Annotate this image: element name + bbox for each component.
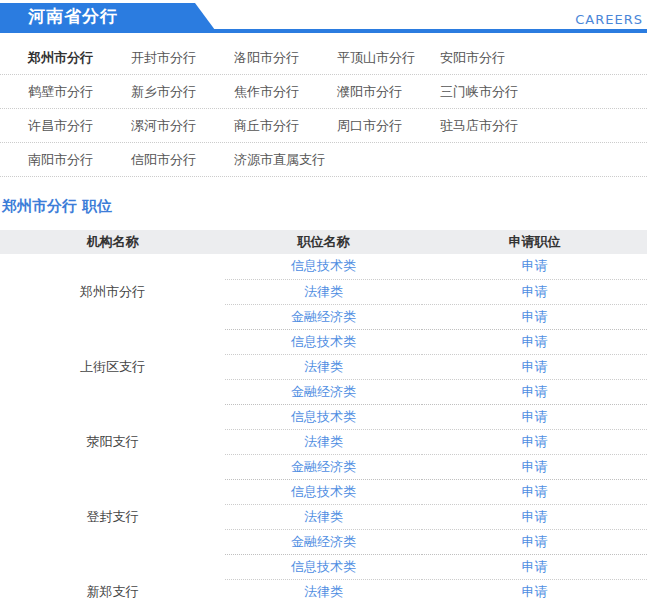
table-row: 登封支行 信息技术类 申请 [0, 479, 647, 504]
branch-link-sanmenxia[interactable]: 三门峡市分行 [440, 83, 543, 101]
branch-link-shangqiu[interactable]: 商丘市分行 [234, 117, 337, 135]
position-link[interactable]: 法律类 [304, 434, 343, 449]
position-link[interactable]: 金融经济类 [291, 384, 356, 399]
col-header-org: 机构名称 [0, 230, 225, 254]
branch-link-anyang[interactable]: 安阳市分行 [440, 49, 543, 67]
apply-link[interactable]: 申请 [522, 284, 548, 299]
branch-link-kaifeng[interactable]: 开封市分行 [131, 49, 234, 67]
branch-link-luoyang[interactable]: 洛阳市分行 [234, 49, 337, 67]
col-header-position: 职位名称 [225, 230, 422, 254]
apply-link[interactable]: 申请 [522, 534, 548, 549]
position-link[interactable]: 信息技术类 [291, 258, 356, 273]
apply-link[interactable]: 申请 [522, 409, 548, 424]
branch-link-xinyang[interactable]: 信阳市分行 [131, 151, 234, 169]
org-name: 上街区支行 [0, 329, 225, 404]
position-link[interactable]: 信息技术类 [291, 559, 356, 574]
table-row: 荥阳支行 信息技术类 申请 [0, 404, 647, 429]
apply-link[interactable]: 申请 [522, 334, 548, 349]
apply-link[interactable]: 申请 [522, 459, 548, 474]
apply-link[interactable]: 申请 [522, 309, 548, 324]
branch-nav: 郑州市分行 开封市分行 洛阳市分行 平顶山市分行 安阳市分行 鹤壁市分行 新乡市… [0, 41, 647, 177]
branch-link-hebi[interactable]: 鹤壁市分行 [28, 83, 131, 101]
branch-link-nanyang[interactable]: 南阳市分行 [28, 151, 131, 169]
table-row: 上街区支行 信息技术类 申请 [0, 329, 647, 354]
branch-link-zhoukou[interactable]: 周口市分行 [337, 117, 440, 135]
org-name: 荥阳支行 [0, 404, 225, 479]
apply-link[interactable]: 申请 [522, 359, 548, 374]
branch-link-zhumadian[interactable]: 驻马店市分行 [440, 117, 543, 135]
table-header-row: 机构名称 职位名称 申请职位 [0, 230, 647, 254]
branch-link-xinxiang[interactable]: 新乡市分行 [131, 83, 234, 101]
branch-link-xuchang[interactable]: 许昌市分行 [28, 117, 131, 135]
apply-link[interactable]: 申请 [522, 509, 548, 524]
apply-link[interactable]: 申请 [522, 559, 548, 574]
careers-link[interactable]: CAREERS [575, 12, 643, 27]
branch-link-puyang[interactable]: 濮阳市分行 [337, 83, 440, 101]
position-link[interactable]: 金融经济类 [291, 309, 356, 324]
org-name: 登封支行 [0, 479, 225, 554]
position-link[interactable]: 法律类 [304, 584, 343, 599]
branch-link-zhengzhou[interactable]: 郑州市分行 [28, 49, 131, 67]
page-title: 河南省分行 [28, 5, 118, 28]
branch-link-jiyuan[interactable]: 济源市直属支行 [234, 151, 337, 169]
table-row: 郑州市分行 信息技术类 申请 [0, 254, 647, 279]
branch-link-pingdingshan[interactable]: 平顶山市分行 [337, 49, 440, 67]
position-link[interactable]: 法律类 [304, 359, 343, 374]
apply-link[interactable]: 申请 [522, 584, 548, 599]
header-banner: 河南省分行 [0, 3, 215, 30]
apply-link[interactable]: 申请 [522, 434, 548, 449]
position-link[interactable]: 金融经济类 [291, 459, 356, 474]
branch-link-jiaozuo[interactable]: 焦作市分行 [234, 83, 337, 101]
org-name: 新郑支行 [0, 554, 225, 600]
position-link[interactable]: 金融经济类 [291, 534, 356, 549]
positions-table: 机构名称 职位名称 申请职位 郑州市分行 信息技术类 申请 法律类 申请 金融经… [0, 230, 647, 600]
branch-row: 南阳市分行 信阳市分行 济源市直属支行 [0, 143, 647, 177]
apply-link[interactable]: 申请 [522, 258, 548, 273]
org-name: 郑州市分行 [0, 254, 225, 329]
branch-row: 鹤壁市分行 新乡市分行 焦作市分行 濮阳市分行 三门峡市分行 [0, 75, 647, 109]
page-header: 河南省分行 CAREERS [0, 0, 647, 33]
section-title: 郑州市分行 职位 [2, 197, 647, 216]
position-link[interactable]: 信息技术类 [291, 409, 356, 424]
apply-link[interactable]: 申请 [522, 384, 548, 399]
col-header-apply: 申请职位 [422, 230, 647, 254]
table-row: 新郑支行 信息技术类 申请 [0, 554, 647, 579]
position-link[interactable]: 信息技术类 [291, 334, 356, 349]
position-link[interactable]: 信息技术类 [291, 484, 356, 499]
position-link[interactable]: 法律类 [304, 509, 343, 524]
apply-link[interactable]: 申请 [522, 484, 548, 499]
branch-row: 郑州市分行 开封市分行 洛阳市分行 平顶山市分行 安阳市分行 [0, 41, 647, 75]
branch-link-luohe[interactable]: 漯河市分行 [131, 117, 234, 135]
position-link[interactable]: 法律类 [304, 284, 343, 299]
branch-row: 许昌市分行 漯河市分行 商丘市分行 周口市分行 驻马店市分行 [0, 109, 647, 143]
